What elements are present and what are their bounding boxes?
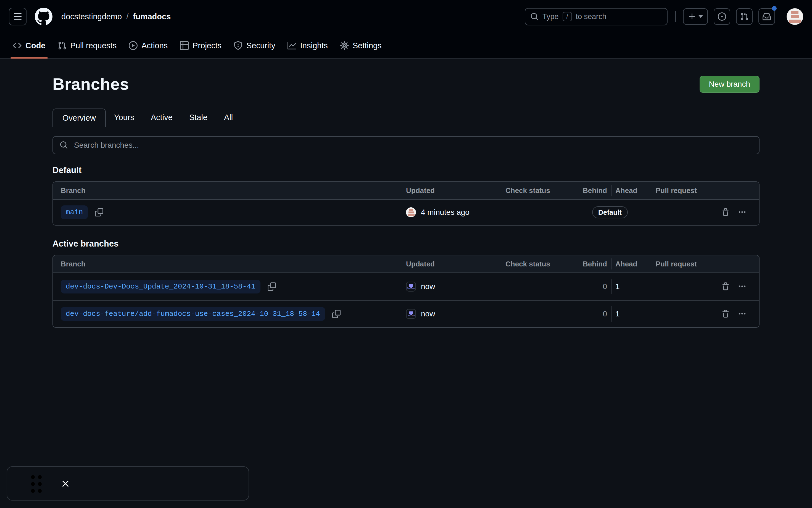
slash-key-hint: / (563, 12, 572, 21)
tab-settings[interactable]: Settings (335, 33, 387, 58)
column-header-check-status: Check status (505, 260, 585, 268)
drag-handle-icon[interactable] (31, 475, 42, 493)
tab-actions-label: Actions (141, 41, 168, 50)
filter-tab-stale[interactable]: Stale (181, 108, 216, 127)
delete-branch-button[interactable] (721, 208, 730, 216)
behind-count: 0 (585, 309, 611, 318)
kebab-horizontal-icon (738, 310, 746, 318)
column-header-behind-ahead: Behind Ahead (585, 185, 644, 196)
github-logo-icon[interactable] (35, 8, 52, 26)
tab-pull-requests[interactable]: Pull requests (53, 33, 122, 58)
copy-icon (95, 208, 103, 216)
code-icon (13, 41, 22, 50)
branches-page: Branches New branch Overview Yours Activ… (52, 75, 760, 328)
close-icon[interactable] (61, 479, 70, 488)
branch-options-kebab-button[interactable] (738, 310, 746, 318)
copy-icon (268, 283, 276, 291)
branch-search-input[interactable] (52, 136, 760, 154)
bot-monitor-icon (409, 284, 413, 287)
kebab-horizontal-icon (738, 208, 746, 216)
tab-security[interactable]: Security (229, 33, 280, 58)
branch-options-kebab-button[interactable] (738, 208, 746, 216)
breadcrumb-owner-link[interactable]: docstestingdemo (61, 12, 122, 21)
column-header-check-status: Check status (505, 186, 585, 195)
issues-button[interactable] (714, 8, 730, 25)
filter-tab-active[interactable]: Active (143, 108, 181, 127)
search-placeholder-prefix: Type (542, 12, 559, 21)
column-header-pull-request: Pull request (644, 260, 713, 268)
trash-icon (721, 283, 730, 291)
unread-notification-dot (772, 6, 777, 11)
tab-pull-requests-label: Pull requests (71, 41, 117, 50)
tab-actions[interactable]: Actions (124, 33, 173, 58)
column-header-updated: Updated (406, 186, 505, 195)
kebab-horizontal-icon (738, 283, 746, 291)
ahead-count: 1 (611, 309, 620, 318)
floating-overlay-widget (7, 466, 249, 501)
branch-name-link[interactable]: dev-docs-feature/add-fumadocs-use-cases_… (61, 307, 325, 321)
play-circle-icon (129, 41, 137, 50)
hamburger-menu-button[interactable] (9, 8, 27, 26)
filter-tab-all[interactable]: All (216, 108, 241, 127)
tab-code[interactable]: Code (8, 33, 50, 58)
table-row: main 4 minutes ago Default (53, 200, 759, 225)
tab-insights-label: Insights (300, 41, 328, 50)
plus-icon (688, 12, 696, 21)
filter-tab-overview[interactable]: Overview (52, 109, 106, 127)
git-pull-request-icon (58, 41, 67, 50)
tab-code-label: Code (26, 41, 46, 50)
updated-time-link[interactable]: 4 minutes ago (421, 208, 470, 217)
column-header-behind-ahead: Behind Ahead (585, 258, 644, 269)
global-search-box[interactable]: Type / to search (525, 8, 667, 26)
new-branch-button[interactable]: New branch (700, 76, 760, 93)
behind-count: 0 (585, 282, 611, 291)
breadcrumb-repo-link[interactable]: fumadocs (133, 12, 171, 21)
updated-time-link[interactable]: now (421, 282, 435, 291)
tab-security-label: Security (246, 41, 275, 50)
repo-nav: Code Pull requests Actions Projects Secu… (0, 33, 812, 58)
page-title: Branches (52, 75, 129, 94)
delete-branch-button[interactable] (721, 283, 730, 291)
column-header-branch: Branch (53, 260, 406, 268)
copy-branch-name-button[interactable] (332, 310, 340, 318)
gear-icon (340, 41, 349, 50)
behind-ahead-cell: Default (585, 206, 644, 218)
branch-filter-tabs: Overview Yours Active Stale All (52, 108, 760, 127)
table-row: dev-docs-feature/add-fumadocs-use-cases_… (53, 300, 759, 327)
updated-time-link[interactable]: now (421, 309, 435, 318)
default-branch-table: Branch Updated Check status Behind Ahead… (52, 181, 760, 225)
bot-avatar[interactable]: Dev-Docs (406, 282, 416, 292)
user-avatar[interactable] (786, 8, 803, 25)
column-header-branch: Branch (53, 186, 406, 195)
tab-projects[interactable]: Projects (175, 33, 227, 58)
breadcrumb: docstestingdemo / fumadocs (61, 12, 171, 21)
column-header-updated: Updated (406, 260, 505, 268)
breadcrumb-separator: / (126, 12, 128, 21)
active-section-heading: Active branches (52, 239, 760, 249)
three-bars-icon (13, 12, 22, 21)
default-branch-badge: Default (592, 206, 628, 218)
tab-insights[interactable]: Insights (283, 33, 333, 58)
bot-avatar[interactable]: Dev-Docs (406, 309, 416, 319)
issue-opened-icon (718, 12, 726, 21)
create-new-button[interactable] (683, 8, 708, 25)
copy-branch-name-button[interactable] (268, 283, 276, 291)
search-placeholder-suffix: to search (576, 12, 607, 21)
active-tab-underline (10, 57, 48, 58)
tab-settings-label: Settings (353, 41, 382, 50)
trash-icon (721, 208, 730, 216)
notifications-inbox-button[interactable] (759, 8, 775, 25)
column-header-behind: Behind (585, 186, 611, 195)
default-section-heading: Default (52, 165, 760, 175)
branch-name-link[interactable]: dev-docs-Dev-Docs_Update_2024-10-31_18-5… (61, 280, 260, 294)
branch-options-kebab-button[interactable] (738, 283, 746, 291)
pull-requests-button[interactable] (736, 8, 753, 25)
branch-name-link[interactable]: main (61, 205, 88, 219)
filter-tab-yours[interactable]: Yours (106, 108, 143, 127)
delete-branch-button[interactable] (721, 310, 730, 318)
copy-icon (332, 310, 340, 318)
behind-ahead-cell: 0 1 (585, 306, 644, 322)
copy-branch-name-button[interactable] (95, 208, 103, 216)
header-actions (683, 8, 803, 25)
committer-avatar[interactable] (406, 207, 416, 217)
